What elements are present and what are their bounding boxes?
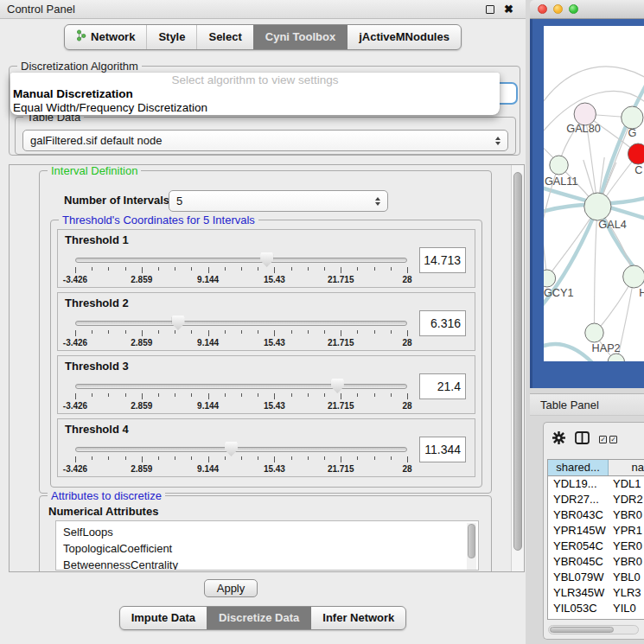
column-header-shared-name[interactable]: shared... (548, 460, 609, 475)
select-columns-checkboxes-icon[interactable]: ✓✓ (599, 436, 617, 443)
slider-handle[interactable] (331, 379, 344, 393)
tab-label-style: Style (158, 30, 185, 43)
cell-shared-name: YLR345W (548, 585, 609, 601)
slider-tick-labels: -3.4262.8599.14415.4321.71528 (75, 338, 407, 348)
control-panel-titlebar: Control Panel ✖ (0, 0, 526, 19)
tick-label: 28 (402, 464, 411, 474)
slider-track[interactable] (75, 384, 407, 389)
dropdown-placeholder-option[interactable]: Select algorithm to view settings (10, 73, 500, 87)
tab-jactivemnodules[interactable]: jActiveMNodules (347, 25, 461, 49)
gear-icon[interactable] (552, 431, 565, 448)
table-horizontal-scrollbar[interactable] (548, 625, 639, 634)
tick-label: 28 (402, 338, 411, 348)
threshold-slider[interactable]: -3.4262.8599.14415.4321.71528 (75, 314, 407, 350)
table-panel-titlebar: Table Panel (530, 393, 644, 416)
tab-style[interactable]: Style (146, 25, 196, 49)
attributes-group-title: Attributes to discretize (48, 489, 165, 502)
slider-tick-labels: -3.4262.8599.14415.4321.71528 (75, 275, 407, 284)
float-window-icon[interactable] (486, 5, 494, 14)
cell-shared-name: YBR043C (548, 507, 609, 523)
network-node-h[interactable] (623, 265, 644, 288)
control-panel-tab-bar: NetworkStyleSelectCyni ToolboxjActiveMNo… (0, 24, 526, 50)
cell-name: YBR0 (609, 554, 644, 570)
apply-button[interactable]: Apply (204, 579, 258, 597)
table-hscrollbar-thumb[interactable] (550, 627, 614, 633)
algorithm-dropdown-popup: Select algorithm to view settings Manual… (10, 73, 500, 115)
tick-label: 2.859 (131, 464, 152, 474)
tick-label: -3.426 (63, 401, 87, 411)
threshold-label: Threshold 1 (65, 233, 129, 246)
interval-definition-title: Interval Definition (48, 164, 141, 177)
network-canvas[interactable]: GAL80GCGAL11GAL4GCY1HHAP2 (544, 26, 644, 361)
table-row[interactable]: YBR045CYBR0 (548, 554, 644, 570)
tab-select[interactable]: Select (196, 25, 252, 49)
tick-label: 21.715 (328, 338, 354, 348)
table-row[interactable]: YIL053CYIL0 (548, 601, 644, 616)
close-icon[interactable]: ✖ (504, 5, 513, 14)
table-row[interactable]: YBR043CYBR0 (548, 507, 644, 523)
table-row[interactable]: YLR345WYLR3 (548, 585, 644, 601)
slider-track[interactable] (75, 258, 407, 263)
attributes-scrollbar-thumb[interactable] (468, 524, 475, 558)
network-node-hap2[interactable] (585, 323, 603, 342)
slider-track[interactable] (75, 321, 407, 326)
tick-label: 2.859 (131, 338, 152, 348)
top-tab-group: NetworkStyleSelectCyni ToolboxjActiveMNo… (64, 24, 462, 50)
table-row[interactable]: YDR27...YDR2 (548, 492, 644, 507)
tick-label: 15.43 (264, 338, 285, 348)
threshold-value-input[interactable]: 14.713 (419, 247, 466, 273)
tick-label: 21.715 (328, 464, 354, 474)
slider-track[interactable] (75, 447, 407, 452)
tab-cyni-toolbox[interactable]: Cyni Toolbox (253, 25, 347, 49)
number-of-intervals-value: 5 (176, 194, 182, 207)
mac-close-button[interactable] (538, 4, 547, 14)
slider-handle[interactable] (172, 316, 185, 330)
tab-infer-network[interactable]: Infer Network (310, 607, 405, 629)
slider-tick-labels: -3.4262.8599.14415.4321.71528 (75, 401, 407, 411)
table-row[interactable]: YDL19...YDL1 (548, 476, 644, 492)
tab-impute-data[interactable]: Impute Data (120, 607, 207, 629)
attributes-list-scrollbar[interactable] (467, 523, 476, 570)
network-view-window: GAL80GCGAL11GAL4GCY1HHAP2 (530, 0, 644, 388)
table-row[interactable]: YPR145WYPR1 (548, 523, 644, 539)
number-of-intervals-select[interactable]: 5 (169, 190, 388, 212)
tab-discretize-data[interactable]: Discretize Data (207, 607, 310, 629)
dropdown-option-equal-width-frequency[interactable]: Equal Width/Frequency Discretization (10, 101, 500, 115)
network-node-c[interactable] (628, 143, 644, 164)
attribute-item-betweennesscentrality[interactable]: BetweennessCentrality (63, 557, 478, 571)
slider-handle[interactable] (225, 442, 238, 456)
table-row[interactable]: YBL079WYBL0 (548, 570, 644, 585)
threshold-slider[interactable]: -3.4262.8599.14415.4321.71528 (75, 251, 407, 287)
cell-name: YIL0 (609, 601, 644, 616)
threshold-value-input[interactable]: 21.4 (419, 373, 466, 399)
slider-handle[interactable] (260, 252, 273, 267)
mac-minimize-button[interactable] (553, 4, 563, 14)
settings-scrollbar-thumb[interactable] (513, 172, 522, 551)
mac-zoom-button[interactable] (569, 4, 578, 14)
threshold-slider[interactable]: -3.4262.8599.14415.4321.71528 (75, 440, 407, 476)
cell-shared-name: YIL053C (548, 601, 609, 616)
attribute-item-selfloops[interactable]: SelfLoops (63, 524, 478, 540)
numerical-attributes-label: Numerical Attributes (48, 505, 158, 518)
table-data-select[interactable]: galFiltered.sif default node (22, 130, 508, 151)
network-node-gal4[interactable] (584, 193, 611, 220)
tab-label-jactivemnodules: jActiveMNodules (359, 30, 450, 43)
columns-icon[interactable] (575, 431, 590, 448)
network-node-label: C (634, 163, 642, 176)
settings-scrollbar[interactable] (511, 165, 524, 571)
network-node-gal11[interactable] (550, 156, 568, 175)
table-rows: YDL19...YDL1YDR27...YDR2YBR043CYBR0YPR14… (548, 476, 644, 616)
tab-network[interactable]: Network (65, 25, 146, 49)
attribute-item-topologicalcoefficient[interactable]: TopologicalCoefficient (63, 540, 478, 557)
dropdown-option-manual-discretization[interactable]: Manual Discretization (10, 87, 500, 101)
tab-label-network: Network (91, 30, 135, 43)
cell-shared-name: YDL19... (548, 476, 609, 492)
threshold-value-input[interactable]: 11.344 (419, 437, 466, 462)
algorithm-settings-panel: Interval Definition Number of Intervals … (9, 164, 525, 572)
column-header-name[interactable]: na (609, 460, 644, 475)
threshold-value-input[interactable]: 6.316 (419, 310, 466, 336)
table-row[interactable]: YER054CYER0 (548, 539, 644, 554)
network-node-label: GAL80 (566, 122, 600, 135)
threshold-slider[interactable]: -3.4262.8599.14415.4321.71528 (75, 377, 407, 413)
network-node-gcy1[interactable] (544, 270, 556, 287)
